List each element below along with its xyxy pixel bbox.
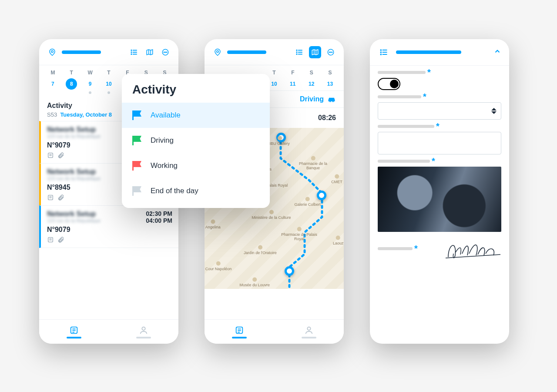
bottom-nav bbox=[205, 319, 344, 344]
svg-point-5 bbox=[131, 52, 132, 53]
calendar-day[interactable]: T10 bbox=[102, 70, 115, 94]
calendar-day[interactable]: T8 bbox=[65, 70, 78, 94]
tab-profile[interactable] bbox=[109, 320, 178, 344]
uploaded-image[interactable] bbox=[378, 167, 501, 232]
svg-point-29 bbox=[296, 50, 297, 50]
signature-image[interactable] bbox=[445, 236, 501, 261]
map-poi[interactable]: Musée du Louvre bbox=[239, 278, 270, 288]
calendar-day[interactable]: M7 bbox=[46, 70, 59, 94]
field-signature: * bbox=[370, 232, 509, 261]
phone-form: * * * * * bbox=[370, 39, 509, 344]
field-image: * bbox=[370, 154, 509, 232]
list-icon[interactable] bbox=[378, 46, 390, 58]
svg-point-24 bbox=[142, 327, 145, 330]
map-poi[interactable]: Galerie Colbert bbox=[295, 197, 321, 207]
svg-point-34 bbox=[330, 52, 331, 53]
svg-point-4 bbox=[131, 50, 132, 50]
map-poi[interactable]: IBU Gallery bbox=[270, 136, 290, 146]
attachment-icon bbox=[57, 236, 64, 243]
location-pin-icon[interactable] bbox=[46, 46, 58, 58]
more-icon[interactable] bbox=[325, 46, 337, 58]
text-input[interactable] bbox=[378, 132, 501, 154]
calendar-day[interactable]: S12 bbox=[305, 70, 318, 90]
popup-title: Activity bbox=[132, 83, 270, 97]
svg-point-35 bbox=[332, 52, 332, 53]
attachment-icon bbox=[57, 194, 64, 201]
field-text: * bbox=[370, 120, 509, 154]
map-icon[interactable] bbox=[309, 46, 321, 58]
activity-option-working[interactable]: Working bbox=[122, 153, 270, 178]
header bbox=[205, 39, 344, 65]
attachment-icon bbox=[57, 152, 64, 159]
svg-point-45 bbox=[381, 52, 382, 53]
tab-activity[interactable] bbox=[39, 320, 109, 344]
svg-point-6 bbox=[131, 54, 132, 54]
svg-point-33 bbox=[329, 52, 330, 53]
flag-icon bbox=[132, 161, 143, 171]
svg-point-25 bbox=[217, 50, 219, 53]
map-poi[interactable]: Angelina bbox=[205, 220, 221, 230]
waypoint-3[interactable] bbox=[285, 266, 294, 276]
field-select: * bbox=[370, 90, 509, 120]
map-poi[interactable]: Cour Napoléon bbox=[205, 261, 232, 271]
calendar-day[interactable]: F11 bbox=[286, 70, 299, 90]
activity-option-driving[interactable]: Driving bbox=[122, 128, 270, 153]
list-icon[interactable] bbox=[128, 46, 140, 58]
map-poi[interactable]: Pharmacie de la Banque bbox=[298, 156, 328, 171]
header bbox=[39, 39, 178, 65]
svg-point-44 bbox=[381, 50, 382, 50]
flag-icon bbox=[132, 136, 143, 145]
map-poi[interactable]: Ministère de la Culture bbox=[252, 210, 291, 220]
form-title-placeholder bbox=[396, 50, 461, 54]
map-poi[interactable]: Pharmacie du Palais Royal bbox=[277, 227, 321, 241]
chevron-up-icon[interactable] bbox=[493, 47, 501, 57]
map-poi[interactable]: CMET bbox=[331, 174, 342, 184]
title-placeholder bbox=[62, 50, 101, 54]
svg-point-40 bbox=[307, 327, 310, 330]
select-dropdown[interactable] bbox=[378, 102, 501, 120]
map-icon[interactable] bbox=[144, 46, 156, 58]
bottom-nav bbox=[39, 319, 178, 344]
note-icon bbox=[47, 152, 54, 159]
activity-option-end-of-the-day[interactable]: End of the day bbox=[122, 178, 270, 204]
flag-icon bbox=[132, 111, 143, 120]
tab-activity[interactable] bbox=[205, 320, 274, 344]
map-poi[interactable]: Jardin de l'Oratoire bbox=[244, 245, 277, 255]
car-icon bbox=[327, 96, 336, 103]
activity-popup: Activity AvailableDrivingWorkingEnd of t… bbox=[122, 74, 270, 208]
job-card[interactable]: Network Setup 123 rue de la République N… bbox=[39, 205, 178, 248]
svg-point-8 bbox=[164, 52, 164, 53]
svg-point-9 bbox=[165, 52, 166, 53]
svg-point-46 bbox=[381, 54, 382, 55]
map-poi[interactable]: Laouz bbox=[333, 236, 344, 246]
flag-icon bbox=[132, 186, 143, 196]
note-icon bbox=[47, 236, 54, 243]
svg-point-31 bbox=[296, 54, 297, 54]
location-pin-icon[interactable] bbox=[211, 46, 224, 58]
note-icon bbox=[47, 194, 54, 201]
calendar-day[interactable]: W9 bbox=[84, 70, 97, 94]
list-icon[interactable] bbox=[293, 46, 305, 58]
field-toggle: * bbox=[370, 66, 509, 90]
svg-point-0 bbox=[51, 50, 54, 53]
more-icon[interactable] bbox=[159, 46, 171, 58]
title-placeholder bbox=[227, 50, 266, 54]
svg-point-10 bbox=[166, 52, 167, 53]
svg-point-30 bbox=[296, 52, 297, 53]
tab-profile[interactable] bbox=[274, 320, 344, 344]
form-header bbox=[370, 39, 509, 66]
calendar-day[interactable]: S13 bbox=[323, 70, 336, 90]
activity-option-available[interactable]: Available bbox=[122, 103, 270, 128]
toggle-switch[interactable] bbox=[378, 78, 400, 90]
